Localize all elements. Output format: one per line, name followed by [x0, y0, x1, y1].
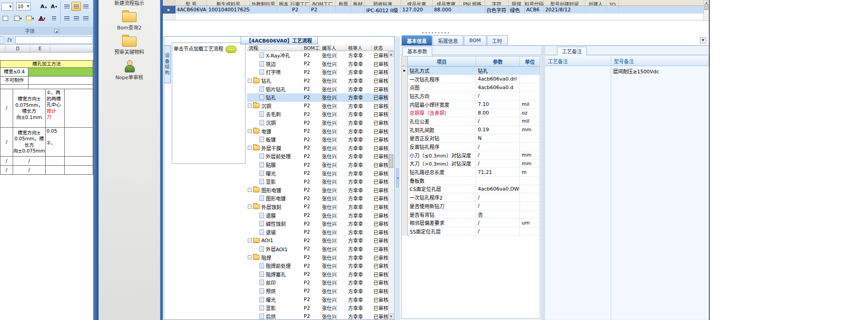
cell-slot-width[interactable]: 槽宽≤0.4	[0, 68, 28, 76]
model-remark-content[interactable]: 层间耐压≥1500Vdc	[611, 66, 709, 319]
decrease-font-button[interactable]: A▼	[49, 2, 59, 11]
tree-expander-icon[interactable]	[248, 129, 252, 133]
shortcut-item[interactable]: Nope单审核	[99, 57, 160, 81]
param-row[interactable]: 是否有背钻 否	[402, 210, 540, 219]
info-tab[interactable]: 基本信息	[401, 35, 432, 45]
grid-column-header[interactable]: 字符	[485, 0, 509, 5]
panel-splitter[interactable]: ◄	[395, 36, 400, 320]
process-tree-row[interactable]: 曝光 P2 张仕兴 方幸幸 已审核	[247, 295, 388, 304]
style-combo[interactable]: ▼	[1, 3, 13, 11]
formula-input[interactable]	[15, 36, 93, 44]
font-size-combo[interactable]: 10 ▼	[16, 2, 31, 10]
tree-expander-icon[interactable]	[248, 255, 252, 259]
tree-expander-icon[interactable]	[248, 104, 252, 108]
scrollbar-thumb[interactable]	[389, 154, 393, 168]
process-tree-row[interactable]: 外层AOI1 P2 张仕兴 方幸幸 已审核	[247, 245, 388, 253]
param-value[interactable]: 0.19	[476, 126, 520, 134]
tab-process-remark[interactable]: 工艺备注	[557, 47, 587, 56]
col-header-unit[interactable]: 单位	[520, 57, 540, 66]
process-tree-row[interactable]: 外层干膜 P2 张仕兴 方幸幸 已审核	[247, 144, 388, 153]
tree-expander-icon[interactable]	[248, 188, 252, 192]
tree-expander-icon[interactable]	[248, 239, 252, 243]
cell-note-2[interactable]: 0.05②、	[46, 128, 65, 157]
tab-basic-params[interactable]: 基本参数	[402, 47, 432, 56]
param-row[interactable]: 内层最小焊环宽度 7.10 mil	[402, 100, 540, 109]
param-value[interactable]: 4acb606va0.drl	[476, 75, 520, 84]
process-tree-row[interactable]: 曝光 P2 张仕兴 方幸幸 已审核	[247, 169, 388, 177]
align-right-button[interactable]	[81, 14, 90, 23]
tree-expander-icon[interactable]	[248, 205, 252, 209]
process-tree-row[interactable]: 退膜 P2 张仕兴 方幸幸 已审核	[247, 211, 388, 220]
param-value[interactable]: /	[476, 143, 520, 151]
scrollbar-thumb[interactable]	[704, 4, 708, 10]
cell-empty[interactable]	[28, 76, 93, 85]
grid-cell[interactable]	[277, 6, 291, 14]
align-middle-button[interactable]	[71, 2, 81, 11]
grid-cell[interactable]: 127.020	[401, 6, 433, 14]
process-tree-row[interactable]: 打字喷 P2 张仕兴 方幸幸 已审核	[247, 68, 388, 76]
process-tree-row[interactable]: 图形电镀 P2 张仕兴 方幸幸 已审核	[247, 194, 388, 203]
param-row[interactable]: 叠板数	[402, 177, 540, 185]
model-grid-empty-row[interactable]	[163, 14, 703, 20]
grid-cell[interactable]: 绿色	[509, 6, 525, 14]
merge-cells-button[interactable]	[0, 14, 11, 23]
process-tree-row[interactable]: 外层蚀刻 P2 张仕兴 方幸幸 已审核	[247, 203, 388, 211]
grid-column-header[interactable]: PNL规格	[460, 0, 485, 5]
grid-column-header[interactable]: 型 号	[175, 0, 207, 5]
param-row[interactable]: 相邻层偏差要求 / um	[402, 219, 540, 227]
param-value[interactable]: /	[476, 117, 520, 126]
align-left-button[interactable]	[62, 14, 71, 23]
panel-splitter[interactable]	[541, 46, 545, 320]
grid-column-header[interactable]: 版本	[277, 0, 291, 5]
process-tree-row[interactable]: 后烘 P2 张仕兴 方幸幸 已审核	[247, 312, 388, 319]
scroll-up-icon[interactable]: ▲	[388, 51, 394, 57]
grid-column-header[interactable]: 阻焊	[509, 0, 525, 5]
param-row[interactable]: 反面钻孔程序 /	[402, 143, 540, 151]
process-tree-row[interactable]: 退锡 P2 张仕兴 方幸幸 已审核	[247, 228, 388, 236]
pane-divider[interactable]	[93, 0, 99, 320]
cell-slash[interactable]: /	[0, 166, 13, 175]
cell-slash[interactable]: /	[0, 157, 13, 166]
col-header-process-remark[interactable]: 工艺备注	[545, 56, 611, 66]
borders-button[interactable]: ▼	[12, 14, 24, 23]
cell-not-makeable[interactable]: 不可制作	[0, 76, 28, 85]
align-top-button[interactable]	[62, 2, 71, 11]
process-tree-row[interactable]: 丝印 P2 张仕兴 方幸幸 已审核	[247, 278, 388, 287]
param-value[interactable]: /	[476, 92, 520, 100]
align-center-button[interactable]	[71, 14, 81, 23]
cell-empty[interactable]	[28, 85, 93, 89]
param-value[interactable]: 否	[476, 210, 520, 219]
col-header-item[interactable]: 项目	[408, 57, 476, 66]
grid-column-header[interactable]: 新生成料号	[207, 0, 250, 5]
grid-cell[interactable]: 2021/8/12	[544, 6, 585, 14]
process-tree-row[interactable]: 铝片钻孔 P2 张仕兴 方幸幸 已审核	[247, 85, 388, 93]
process-tree-row[interactable]: 贴膜 P2 张仕兴 方幸幸 已审核	[247, 161, 388, 169]
process-tree-row[interactable]: 电镀 P2 张仕兴 方幸幸 已审核	[247, 127, 388, 135]
increase-font-button[interactable]: A▲	[39, 2, 48, 11]
info-tab[interactable]: 工时	[487, 35, 508, 45]
shortcut-item[interactable]: Bom查询2	[99, 8, 160, 33]
param-row[interactable]: SS面定位孔层 /	[402, 227, 540, 236]
param-row[interactable]: 是否使用新钻刀 /	[402, 202, 540, 210]
process-tree-row[interactable]: 去毛刺 P2 张仕兴 方幸幸 已审核	[247, 110, 388, 119]
param-value[interactable]: 7.10	[476, 100, 520, 109]
grid-column-header[interactable]: 3D	[606, 0, 619, 5]
process-tree-row[interactable]: AOI1 P2 张仕兴 方幸幸 已审核	[247, 236, 388, 245]
param-value[interactable]	[476, 177, 520, 185]
grid-column-header[interactable]: 行审工厂	[291, 0, 310, 5]
process-tree-row[interactable]: X-Ray冲孔 P2 张仕兴 方幸幸 已审核	[247, 51, 388, 60]
dialog-launcher-icon[interactable]: ◢	[54, 29, 58, 33]
cell-tolerance-2[interactable]: 槽宽方向± 0.05mm，槽长方 向±0.075mm	[13, 128, 46, 157]
tab-overflow-dropdown[interactable]: ▼	[700, 37, 706, 43]
grid-cell[interactable]: 10010400176254	[207, 6, 250, 14]
grid-cell[interactable]: IPC-6012 II级	[365, 6, 401, 14]
tree-scrollbar[interactable]: ▲ ▼	[388, 51, 394, 319]
param-value[interactable]: /	[476, 202, 520, 210]
grid-column-header[interactable]: 外数制拉号	[250, 0, 277, 5]
col-header-value[interactable]: 参数	[476, 57, 520, 66]
grid-column-header[interactable]: 验收标准	[365, 0, 401, 5]
param-value[interactable]: 4acb606va0.d	[476, 83, 520, 92]
grid-cell[interactable]: 白色字符	[485, 6, 509, 14]
grid-cell[interactable]: ACB6	[525, 6, 544, 14]
cell-empty[interactable]	[65, 89, 93, 128]
